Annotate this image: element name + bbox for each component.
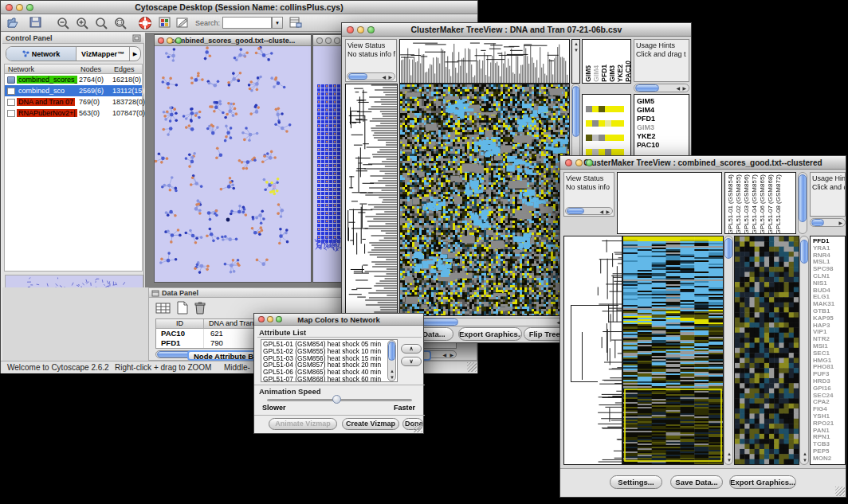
column-label[interactable]: GIM4: [592, 65, 600, 82]
close-button[interactable]: [316, 37, 323, 44]
save-icon[interactable]: [29, 17, 42, 29]
tv2-save-data-button[interactable]: Save Data...: [670, 475, 723, 489]
column-label[interactable]: PAC10: [624, 61, 631, 82]
tv2-export-graphics-button[interactable]: Export Graphics...: [729, 475, 796, 489]
zoom-out-icon[interactable]: [57, 17, 70, 29]
new-attribute-icon[interactable]: [176, 301, 189, 315]
close-button[interactable]: [6, 4, 13, 11]
network-row[interactable]: combined_scores_2764(0)16218(0): [5, 74, 142, 85]
minimize-button[interactable]: [167, 37, 173, 44]
gene-list-item[interactable]: YKE2: [637, 132, 689, 141]
tv1-export-graphics-button[interactable]: Export Graphics...: [458, 327, 522, 341]
column-label[interactable]: GPL51-06 (GSM865): [759, 174, 767, 234]
column-label[interactable]: GPL51-03 (GSM856): [743, 174, 751, 234]
close-button[interactable]: [565, 159, 572, 166]
create-vizmap-button[interactable]: Create Vizmap: [342, 418, 399, 430]
attribute-select-icon[interactable]: [155, 302, 171, 315]
tv2-heatmap[interactable]: [622, 236, 724, 465]
tv1-row-dendrogram[interactable]: [345, 84, 398, 316]
tv2-usage-scrollbar[interactable]: ▶: [810, 218, 846, 227]
attribute-list-scrollbar[interactable]: ▲▼: [387, 340, 396, 381]
zoom-button[interactable]: [586, 159, 593, 166]
map-dialog-title-bar[interactable]: Map Colors to Network: [254, 314, 423, 326]
zoom-button[interactable]: [276, 316, 282, 322]
tab-network[interactable]: Network: [6, 47, 77, 61]
column-label[interactable]: GPL51-01 (GSM854): [727, 174, 735, 234]
zoom-fit-icon[interactable]: [95, 17, 108, 29]
gene-list-item[interactable]: PFD1: [637, 115, 689, 123]
zoom-button[interactable]: [334, 37, 340, 44]
animate-vizmap-button[interactable]: Animate Vizmap: [269, 418, 337, 430]
attribute-listbox[interactable]: GPL51-01 (GSM854) heat shock 05 minGPL51…: [261, 339, 398, 382]
tab-vizmapper[interactable]: VizMapper™: [77, 47, 129, 61]
tv2-heatmap-vscrollbar[interactable]: ▲▼: [724, 236, 733, 465]
annotation-icon[interactable]: [176, 17, 190, 29]
column-label[interactable]: GIM5: [584, 65, 592, 82]
zoom-in-icon[interactable]: [76, 17, 89, 29]
help-ring-icon[interactable]: [138, 16, 152, 30]
col-nodes[interactable]: Nodes: [80, 65, 101, 73]
filter-icon[interactable]: [289, 17, 303, 29]
minimize-button[interactable]: [357, 26, 364, 33]
tab-more[interactable]: ▶: [129, 47, 140, 61]
gene-list-item[interactable]: GIM4: [637, 106, 689, 115]
column-label[interactable]: PFD1: [600, 64, 608, 82]
search-dropdown-button[interactable]: ▼: [272, 17, 283, 29]
tv1-hscrollbar[interactable]: ◀▶: [399, 318, 570, 326]
minimize-button[interactable]: [325, 37, 332, 44]
col-network[interactable]: Network: [8, 65, 34, 73]
search-input[interactable]: [222, 17, 272, 29]
zoom-selected-icon[interactable]: [114, 17, 128, 29]
delete-attribute-icon[interactable]: [194, 301, 206, 315]
tv1-column-dendrogram[interactable]: [399, 39, 570, 84]
tv2-status-scrollbar[interactable]: ◀▶: [565, 207, 613, 215]
tv1-selection-matrix[interactable]: [586, 106, 624, 144]
dialog-resize-grip[interactable]: [413, 423, 422, 432]
tv2-column-dendrogram-area[interactable]: [617, 172, 722, 234]
open-file-icon[interactable]: [7, 17, 22, 29]
float-panel-icon[interactable]: [132, 34, 141, 42]
vizmapper-icon[interactable]: [159, 17, 171, 29]
tv2-settings-button[interactable]: Settings...: [610, 475, 662, 489]
treeview1-title-bar[interactable]: ClusterMaker TreeView : DNA and Tran 07-…: [342, 23, 691, 37]
minimize-button[interactable]: [575, 159, 583, 166]
network-canvas-1[interactable]: [155, 46, 311, 282]
column-label[interactable]: GPL51-07 (GSM868): [767, 174, 775, 234]
column-label[interactable]: GIM3: [608, 65, 616, 82]
gene-list-item[interactable]: PAC10: [637, 141, 689, 150]
move-up-button[interactable]: ∧: [401, 344, 422, 354]
tv1-status-scrollbar[interactable]: ◀▶: [347, 72, 395, 80]
column-label[interactable]: YKE2: [616, 64, 624, 82]
tv1-col-scroll-strip[interactable]: ▲▼: [571, 39, 580, 84]
network-row[interactable]: DNA and Tran 07769(0)183728(0): [5, 96, 142, 107]
dock-panel-icon[interactable]: [151, 290, 159, 297]
zoom-button[interactable]: [367, 26, 375, 33]
column-label[interactable]: GPL51-04 (GSM857): [751, 174, 759, 234]
gene-list-item[interactable]: MON2: [813, 455, 845, 463]
tv2-resize-grip[interactable]: [835, 486, 845, 496]
tv2-zoom-panel[interactable]: [734, 236, 799, 465]
close-button[interactable]: [158, 37, 164, 44]
close-button[interactable]: [347, 26, 354, 33]
treeview2-title-bar[interactable]: ClusterMaker TreeView : combined_scores_…: [560, 156, 846, 170]
tv1-usage-scrollbar[interactable]: ◀▶: [634, 84, 689, 92]
column-label[interactable]: GPL51-08 (GSM872): [775, 174, 783, 234]
col-edges[interactable]: Edges: [114, 65, 135, 73]
attribute-list-item[interactable]: GPL51-07 (GSM868) heat shock 60 min: [263, 376, 397, 382]
column-label[interactable]: GPL51-02 (GSM855): [735, 174, 743, 234]
gene-list-item[interactable]: GIM5: [637, 97, 689, 106]
zoom-button[interactable]: [26, 4, 33, 11]
network-row[interactable]: combined_sco2569(6)13112(15): [5, 85, 142, 96]
move-down-button[interactable]: ∨: [401, 357, 422, 366]
tv2-collabel-scrollbar[interactable]: [798, 172, 807, 234]
tv2-zoom-vscrollbar[interactable]: ▲▼: [799, 236, 809, 465]
zoom-button[interactable]: [175, 37, 182, 44]
minimize-button[interactable]: [16, 4, 23, 11]
minimize-button[interactable]: [267, 316, 273, 322]
gene-list-item[interactable]: GIM3: [637, 123, 689, 132]
tv1-heatmap[interactable]: [399, 84, 570, 316]
network-window-1-title-bar[interactable]: combined_scores_good.txt--cluste...: [155, 35, 311, 46]
resize-grip[interactable]: [467, 362, 477, 372]
id-column-header[interactable]: ID: [156, 319, 204, 328]
slider-thumb[interactable]: [332, 395, 341, 404]
